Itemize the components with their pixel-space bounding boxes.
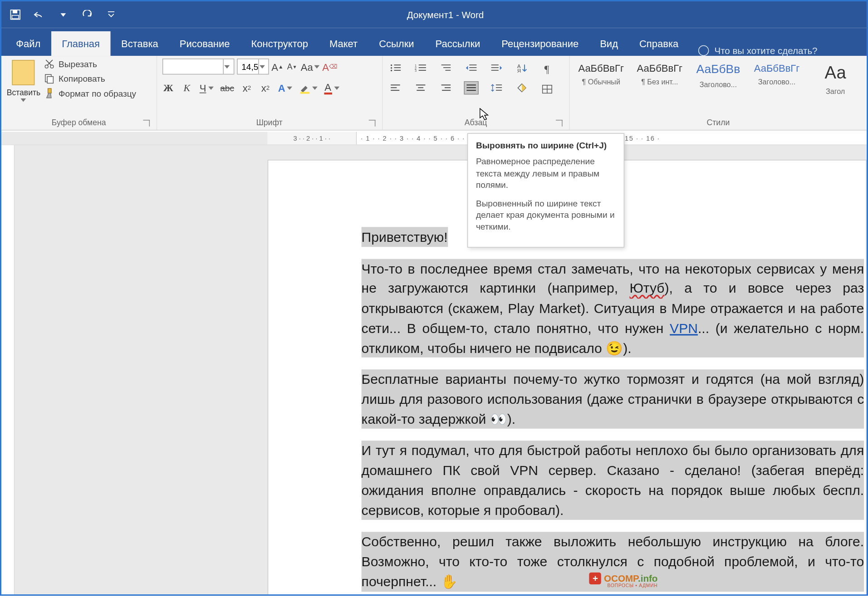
tab-view[interactable]: Вид [589,31,629,56]
format-painter-button[interactable]: Формат по образцу [44,88,136,98]
undo-icon[interactable] [33,9,45,20]
dialog-launcher-icon[interactable] [143,120,150,127]
tell-me[interactable]: Что вы хотите сделать? [689,45,827,56]
align-center-button[interactable] [413,81,427,94]
tab-references[interactable]: Ссылки [368,31,425,56]
paste-label: Вставить [7,88,40,98]
text-effects-button[interactable]: A [278,81,292,94]
vpn-link[interactable]: VPN [670,320,698,335]
svg-rect-19 [418,67,426,68]
shading-button[interactable] [514,81,529,94]
show-marks-button[interactable]: ¶ [539,63,554,76]
undo-dropdown-icon[interactable] [57,9,69,20]
italic-button[interactable]: К [181,81,193,94]
tab-draw[interactable]: Рисование [169,31,240,56]
font-name-combo[interactable] [162,59,234,74]
decrease-indent-button[interactable] [464,61,478,74]
group-label-clipboard: Буфер обмена [7,117,151,128]
superscript-button[interactable]: x2 [260,81,271,94]
svg-point-12 [390,67,392,69]
svg-rect-25 [469,64,476,65]
copy-button[interactable]: Копировать [44,73,136,83]
svg-rect-27 [469,70,476,71]
svg-rect-21 [418,70,426,71]
tab-mailings[interactable]: Рассылки [425,31,491,56]
clear-formatting-button[interactable]: A⌫ [322,60,338,73]
style-title[interactable]: АаЗагол [809,63,861,95]
multilevel-list-button[interactable] [438,61,453,74]
dialog-launcher-icon[interactable] [556,120,563,127]
svg-rect-37 [418,87,423,88]
lightbulb-icon [698,45,709,56]
numbering-button[interactable]: 123 [413,61,427,74]
group-font: 14,5 A▲ A▼ Aa A⌫ Ж К Ч abc x2 x2 A [157,56,383,130]
change-case-button[interactable]: Aa [301,60,320,73]
horizontal-ruler[interactable]: 3 · · 2 · · 1 · · · 1 · · 2 · · 3 · · 4 … [1,132,867,145]
svg-rect-11 [394,64,401,65]
shrink-font-button[interactable]: A▼ [286,60,298,73]
tooltip-body-2: Выровненный по ширине текст делает края … [476,197,616,232]
justify-tooltip: Выровнять по ширине (Ctrl+J) Равномерное… [467,133,624,248]
redo-icon[interactable] [81,9,93,20]
highlight-button[interactable] [299,81,317,94]
align-right-button[interactable] [438,81,453,94]
borders-button[interactable] [539,83,554,96]
svg-rect-47 [495,90,501,91]
svg-rect-33 [390,84,400,85]
svg-text:3: 3 [414,69,416,72]
sort-button[interactable]: AЯ [514,61,529,74]
svg-rect-30 [491,70,498,71]
group-paragraph: 123 AЯ ¶ А [383,56,570,130]
svg-rect-41 [441,90,450,91]
doc-para-2[interactable]: Бесплатные варианты почему-то жутко торм… [362,370,864,429]
svg-rect-43 [466,87,476,88]
svg-rect-35 [390,90,399,91]
doc-para-1[interactable]: Что-то в последнее время стал замечать, … [362,259,864,358]
format-painter-label: Формат по образцу [59,88,136,98]
save-icon[interactable] [10,9,21,20]
increase-indent-button[interactable] [489,61,504,74]
group-label-font: Шрифт [162,117,377,128]
dialog-launcher-icon[interactable] [368,120,375,127]
doc-para-3[interactable]: И тут я подумал, что для быстрой работы … [362,441,864,520]
align-left-button[interactable] [388,81,402,94]
svg-rect-17 [418,64,426,65]
grow-font-button[interactable]: A▲ [271,60,283,73]
tab-help[interactable]: Справка [628,31,689,56]
cut-button[interactable]: Вырезать [44,59,136,69]
underline-button[interactable]: Ч [200,81,214,94]
style-no-spacing[interactable]: АаБбВвГг¶ Без инт... [634,63,686,86]
qat-customize-icon[interactable] [105,9,117,20]
paste-button[interactable]: Вставить [7,59,40,102]
group-label-styles: Стили [575,117,862,128]
bold-button[interactable]: Ж [162,81,174,94]
justify-button[interactable] [464,81,478,94]
tab-design[interactable]: Конструктор [240,31,319,56]
vertical-ruler[interactable] [1,145,15,594]
svg-rect-15 [394,70,401,71]
font-color-button[interactable]: A [324,81,339,94]
svg-rect-40 [444,87,450,88]
strikethrough-button[interactable]: abc [220,81,234,94]
style-heading1[interactable]: АаБбВвЗаголово... [692,63,744,88]
style-normal[interactable]: АаБбВвГг¶ Обычный [575,63,627,86]
watermark: + OCOMP.info ВОПРОСЫ • АДМИН [589,573,658,588]
ribbon-tabs: Файл Главная Вставка Рисование Конструкт… [1,28,867,56]
line-spacing-button[interactable] [489,81,504,94]
tab-home[interactable]: Главная [51,31,111,56]
document-area: 3 · · 2 · · 1 · · · 1 · · 2 · · 3 · · 4 … [1,132,867,594]
tab-review[interactable]: Рецензирование [491,31,589,56]
style-heading2[interactable]: АаБбВвГгЗаголово... [751,63,803,86]
font-size-combo[interactable]: 14,5 [237,59,269,74]
clipboard-icon [12,60,34,85]
tab-insert[interactable]: Вставка [111,31,169,56]
subscript-button[interactable]: x2 [241,81,253,94]
tab-file[interactable]: Файл [5,31,51,56]
svg-rect-46 [495,87,501,88]
doc-greeting[interactable]: Приветствую! [362,227,448,247]
svg-rect-8 [48,88,51,93]
svg-rect-1 [13,10,17,13]
document-body[interactable]: Приветствую! Что-то в последнее время ст… [362,227,864,591]
tab-layout[interactable]: Макет [319,31,368,56]
bullets-button[interactable] [388,61,402,74]
